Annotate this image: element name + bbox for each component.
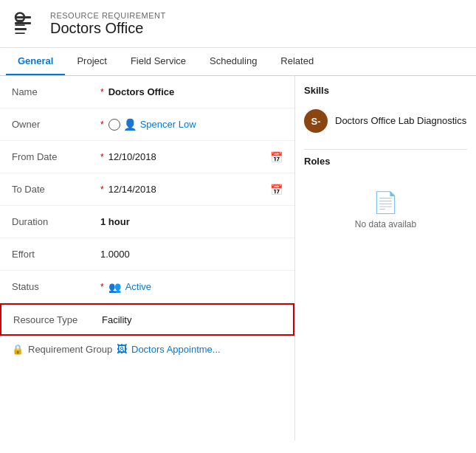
main-content: Name * Doctors Office Owner * 👤 Spencer …: [0, 76, 476, 440]
req-group-img-icon: 🖼: [117, 343, 127, 355]
requirement-group-row: 🔒 Requirement Group 🖼 Doctors Appointme.…: [0, 336, 294, 362]
tab-bar: General Project Field Service Scheduling…: [0, 48, 476, 76]
effort-value: 1.0000: [100, 249, 283, 260]
from-date-calendar-icon[interactable]: 📅: [270, 151, 283, 163]
effort-label: Effort: [12, 249, 100, 260]
owner-circle-icon: [108, 119, 120, 131]
tab-project[interactable]: Project: [65, 48, 118, 75]
to-date-required: *: [100, 184, 104, 195]
owner-name[interactable]: Spencer Low: [140, 119, 196, 130]
owner-person-icon: 👤: [123, 118, 137, 131]
req-group-value[interactable]: Doctors Appointme...: [131, 344, 221, 355]
effort-row: Effort 1.0000: [0, 238, 294, 271]
name-required: *: [100, 87, 104, 97]
header-subtitle: RESOURCE REQUIREMENT: [50, 11, 166, 20]
owner-value[interactable]: 👤 Spencer Low: [108, 118, 283, 131]
owner-required: *: [100, 120, 104, 130]
skill-avatar: S-: [304, 109, 328, 133]
status-required: *: [100, 282, 104, 292]
tab-scheduling[interactable]: Scheduling: [198, 48, 269, 75]
resource-type-value: Facility: [102, 314, 281, 325]
duration-value: 1 hour: [100, 216, 283, 227]
owner-icons: 👤: [108, 118, 137, 131]
tab-field-service[interactable]: Field Service: [119, 48, 198, 75]
left-panel: Name * Doctors Office Owner * 👤 Spencer …: [0, 76, 295, 440]
duration-row: Duration 1 hour: [0, 206, 294, 238]
from-date-value: 12/10/2018: [108, 151, 270, 162]
status-people-icon: 👥: [108, 281, 121, 293]
skill-item: S- Doctors Office Lab Diagnostics: [304, 105, 467, 137]
resource-requirement-icon: ☰: [12, 9, 41, 38]
owner-label: Owner: [12, 119, 100, 130]
svg-text:☰: ☰: [14, 22, 26, 37]
to-date-calendar-icon[interactable]: 📅: [270, 184, 283, 196]
req-group-label: Requirement Group: [28, 344, 117, 355]
owner-row: Owner * 👤 Spencer Low: [0, 108, 294, 141]
duration-label: Duration: [12, 216, 100, 227]
header-title: Doctors Office: [50, 20, 166, 37]
resource-type-row: Resource Type Facility: [0, 303, 294, 336]
to-date-value: 12/14/2018: [108, 184, 270, 195]
header-text-block: RESOURCE REQUIREMENT Doctors Office: [50, 11, 166, 37]
from-date-required: *: [100, 152, 104, 162]
to-date-label: To Date: [12, 184, 100, 195]
from-date-label: From Date: [12, 151, 100, 162]
divider: [304, 149, 467, 150]
page-header: ☰ RESOURCE REQUIREMENT Doctors Office: [0, 0, 476, 48]
from-date-row: From Date * 12/10/2018 📅: [0, 141, 294, 173]
name-label: Name: [12, 86, 100, 97]
roles-section: Roles 📄 No data availab: [304, 156, 467, 244]
right-panel: Skills S- Doctors Office Lab Diagnostics…: [295, 76, 476, 440]
roles-title: Roles: [304, 156, 467, 170]
lock-icon: 🔒: [12, 344, 24, 355]
no-data-text: No data availab: [355, 219, 416, 229]
svg-rect-0: [15, 16, 31, 18]
skills-title: Skills: [304, 85, 467, 99]
roles-no-data: 📄 No data availab: [304, 176, 467, 244]
name-value: Doctors Office: [108, 86, 283, 97]
resource-type-label: Resource Type: [13, 314, 102, 325]
tab-related[interactable]: Related: [269, 48, 325, 75]
skill-name: Doctors Office Lab Diagnostics: [335, 114, 466, 128]
status-row: Status * 👥 Active: [0, 271, 294, 303]
name-row: Name * Doctors Office: [0, 76, 294, 108]
status-label: Status: [12, 281, 100, 292]
tab-general[interactable]: General: [6, 48, 65, 75]
skills-section: Skills S- Doctors Office Lab Diagnostics: [304, 85, 467, 137]
status-value[interactable]: 👥 Active: [108, 281, 283, 293]
no-data-icon: 📄: [373, 190, 399, 215]
to-date-row: To Date * 12/14/2018 📅: [0, 173, 294, 206]
